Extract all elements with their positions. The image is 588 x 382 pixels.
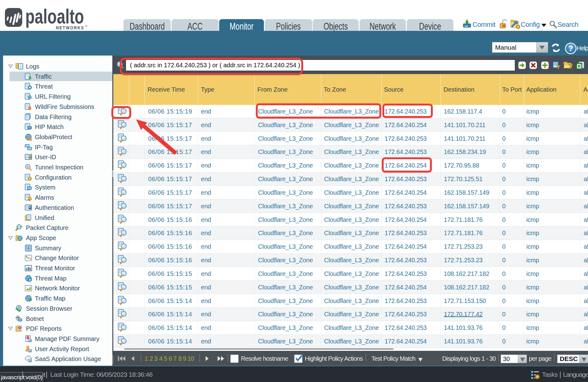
svg-text:®: ® bbox=[85, 25, 87, 28]
svg-text:?: ? bbox=[568, 44, 573, 53]
svg-text:paloalto: paloalto bbox=[25, 8, 84, 28]
svg-text:NETWORKS: NETWORKS bbox=[56, 25, 84, 30]
